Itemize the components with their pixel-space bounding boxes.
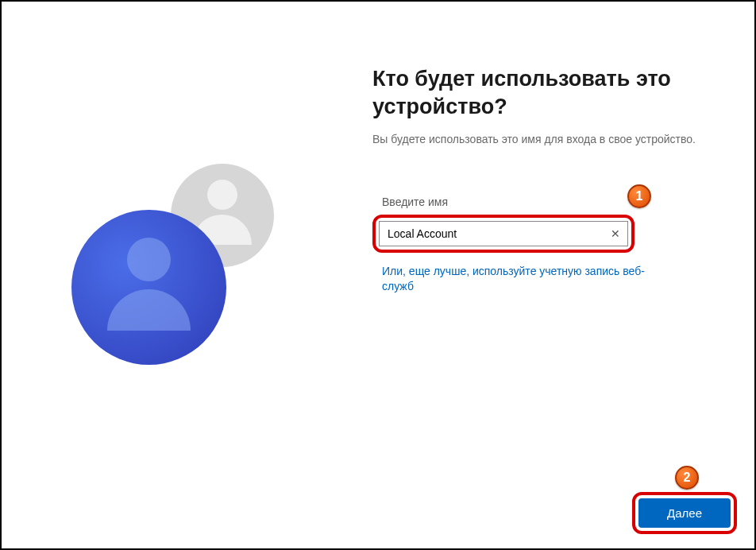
form-panel: Кто будет использовать это устройство? В… [363,2,754,548]
page-subtitle: Вы будете использовать это имя для входа… [372,132,715,148]
annotation-badge-2: 2 [675,466,699,490]
next-button[interactable]: Далее [638,498,731,528]
use-web-account-link[interactable]: Или, еще лучше, используйте учетную запи… [382,264,676,295]
annotation-badge-1: 1 [627,184,651,208]
clear-input-icon[interactable]: ✕ [611,228,620,239]
name-input[interactable] [379,221,628,246]
avatar-primary-icon [71,210,226,365]
name-field-label: Введите имя [382,196,715,208]
page-heading: Кто будет использовать это устройство? [372,65,715,121]
name-input-highlight: ✕ [372,215,634,253]
illustration-panel [2,2,363,548]
avatar-illustration [71,164,294,386]
next-button-highlight: Далее [632,492,737,534]
